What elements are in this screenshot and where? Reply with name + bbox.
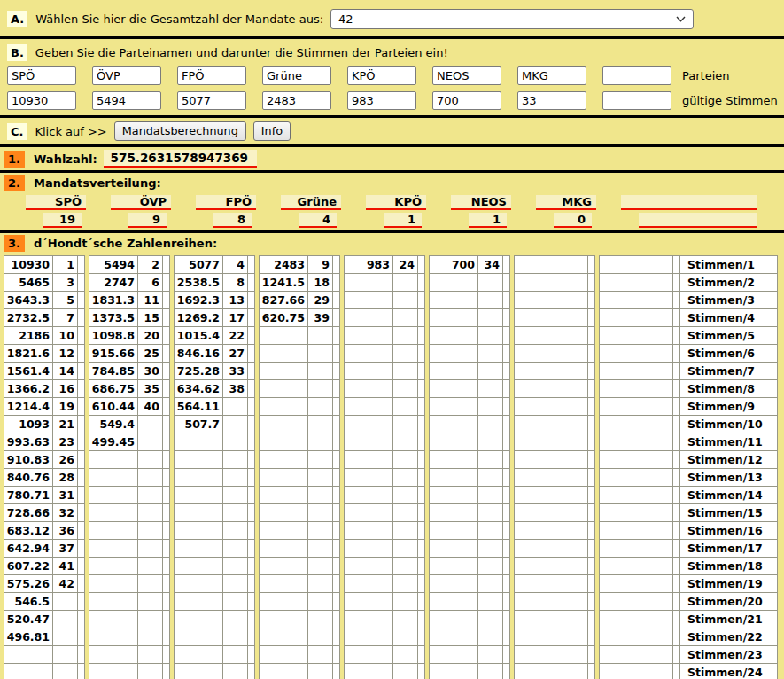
mandate-column-5: KPÖ — [344, 195, 429, 210]
party-name-input-6[interactable] — [432, 66, 501, 85]
quotient-cell: 1214.4 — [4, 398, 53, 416]
rank-cell — [393, 309, 418, 327]
rank-cell: 2 — [138, 256, 163, 274]
spacer-cell — [248, 292, 255, 309]
spacer-cell — [588, 451, 595, 469]
quotient-cell — [345, 274, 393, 292]
dhondt-calculator-page: { "colors": { "page_bg": "#F0E68C", "acc… — [0, 0, 784, 679]
quotient-cell — [260, 380, 308, 398]
votes-input-7[interactable] — [517, 91, 586, 110]
spacer-cell — [78, 522, 85, 540]
spacer-cell — [333, 611, 340, 628]
spacer-cell — [673, 504, 680, 522]
spacer-cell — [418, 345, 425, 363]
rank-cell — [648, 522, 673, 540]
spacer-cell — [418, 558, 425, 575]
spacer-cell — [163, 487, 170, 504]
party-name-input-7[interactable] — [517, 66, 586, 85]
rank-cell — [138, 593, 163, 611]
votes-input-8[interactable] — [602, 91, 671, 110]
quotient-cell: 3643.3 — [4, 292, 53, 309]
spacer-cell — [78, 345, 85, 363]
mandate-party-box: ÖVP — [111, 195, 171, 210]
spacer-cell — [163, 256, 170, 274]
mandate-party-box — [621, 195, 757, 210]
spacer-cell — [418, 433, 425, 451]
quotient-cell — [345, 628, 393, 646]
votes-input-5[interactable] — [347, 91, 416, 110]
rank-cell — [393, 522, 418, 540]
spacer-cell — [588, 646, 595, 664]
quotient-cell — [89, 540, 138, 558]
spacer-cell — [248, 646, 255, 664]
spacer-cell — [673, 309, 680, 327]
rank-cell — [393, 611, 418, 628]
rank-cell — [138, 487, 163, 504]
quotient-cell — [515, 380, 563, 398]
spacer-cell — [163, 345, 170, 363]
quotient-cell — [600, 292, 648, 309]
quotient-cell — [175, 540, 223, 558]
spacer-cell — [248, 380, 255, 398]
dhondt-row: 2186101098.8201015.422Stimmen/5 — [4, 327, 778, 345]
quotient-cell — [175, 646, 223, 664]
rank-cell — [138, 575, 163, 593]
rank-cell — [648, 469, 673, 487]
mandate-count-select[interactable]: 42 — [330, 9, 694, 29]
quotient-cell — [515, 256, 563, 274]
rank-cell: 30 — [138, 363, 163, 380]
spacer-cell — [673, 611, 680, 628]
spacer-cell — [588, 487, 595, 504]
rank-cell — [563, 611, 588, 628]
spacer-cell — [503, 398, 510, 416]
quotient-cell — [345, 522, 393, 540]
votes-input-1[interactable] — [7, 91, 76, 110]
quotient-cell: 5494 — [89, 256, 138, 274]
quotient-cell — [260, 433, 308, 451]
spacer-cell — [333, 416, 340, 433]
spacer-cell — [673, 664, 680, 679]
spacer-cell — [673, 274, 680, 292]
quotient-cell — [345, 504, 393, 522]
party-name-input-2[interactable] — [92, 66, 161, 85]
party-name-input-5[interactable] — [347, 66, 416, 85]
quotient-cell — [515, 487, 563, 504]
votes-input-2[interactable] — [92, 91, 161, 110]
spacer-cell — [418, 380, 425, 398]
wahlzahl-value: 575.2631578947369 — [104, 150, 257, 168]
party-name-input-1[interactable] — [7, 66, 76, 85]
votes-input-4[interactable] — [262, 91, 331, 110]
spacer-cell — [333, 363, 340, 380]
quotient-cell — [89, 575, 138, 593]
row-label-cell: Stimmen/1 — [680, 256, 778, 274]
rank-cell — [138, 469, 163, 487]
quotient-cell — [430, 433, 478, 451]
rank-cell — [478, 309, 503, 327]
party-name-input-4[interactable] — [262, 66, 331, 85]
quotient-cell: 1241.5 — [260, 274, 308, 292]
party-name-input-8[interactable] — [602, 66, 671, 85]
mandatsberechnung-button[interactable]: Mandatsberechnung — [114, 121, 246, 141]
rank-cell — [478, 540, 503, 558]
rank-cell — [393, 575, 418, 593]
party-name-input-3[interactable] — [177, 66, 246, 85]
info-button[interactable]: Info — [253, 121, 291, 141]
quotient-cell — [260, 451, 308, 469]
spacer-cell — [503, 558, 510, 575]
spacer-cell — [333, 504, 340, 522]
mandate-column-1: SPÖ — [4, 195, 89, 210]
spacer-cell — [248, 309, 255, 327]
rank-cell — [563, 363, 588, 380]
spacer-cell — [673, 398, 680, 416]
spacer-cell — [78, 380, 85, 398]
rank-cell — [308, 558, 333, 575]
quotient-cell — [260, 416, 308, 433]
rank-cell: 37 — [53, 540, 78, 558]
quotient-cell — [89, 664, 138, 679]
spacer-cell — [418, 363, 425, 380]
votes-input-3[interactable] — [177, 91, 246, 110]
row-label-cell: Stimmen/9 — [680, 398, 778, 416]
votes-input-6[interactable] — [432, 91, 501, 110]
mandate-column-4: Grüne — [259, 195, 344, 210]
rank-cell — [563, 292, 588, 309]
